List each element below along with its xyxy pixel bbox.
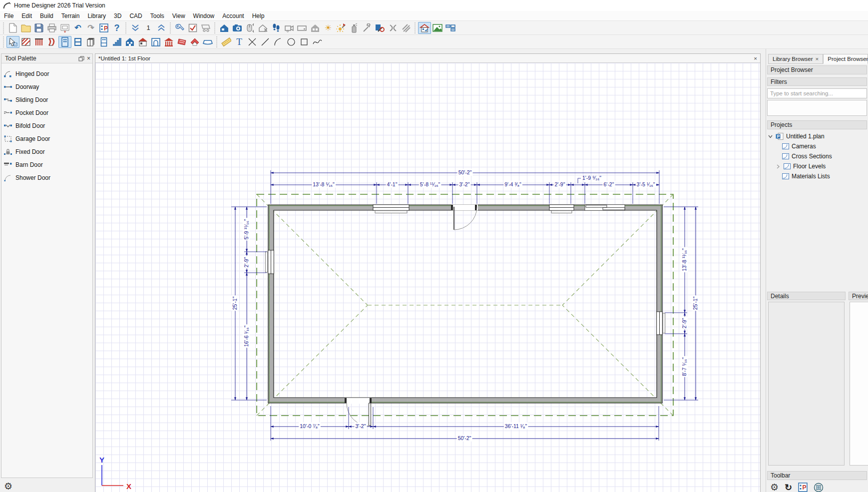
gable-button[interactable]: [188, 36, 201, 48]
down-one-floor-button[interactable]: [129, 22, 142, 34]
object-eyedropper-button[interactable]: [374, 22, 387, 34]
cad-point-button[interactable]: [246, 36, 259, 48]
tree-item-plan-root[interactable]: P Untitled 1.plan: [767, 131, 867, 141]
menu-library[interactable]: Library: [83, 11, 110, 20]
palette-item-pocket-door[interactable]: Pocket Door: [1, 106, 92, 119]
menu-help[interactable]: Help: [248, 11, 269, 20]
door-top[interactable]: [451, 205, 478, 230]
current-floor-indicator[interactable]: 1: [142, 22, 155, 34]
palette-item-doorway[interactable]: Doorway: [1, 80, 92, 93]
setup-wrench-button[interactable]: [173, 22, 186, 34]
gear-icon[interactable]: ⚙: [770, 482, 779, 492]
fixture-button[interactable]: [97, 36, 110, 48]
plan-view-options-button[interactable]: [418, 22, 431, 34]
palette-item-sliding-door[interactable]: Sliding Door: [1, 93, 92, 106]
design-checklist-button[interactable]: [186, 22, 199, 34]
window-top-2[interactable]: [549, 205, 574, 213]
mouse-zoom-button[interactable]: [244, 22, 257, 34]
search-input[interactable]: [767, 88, 867, 98]
camera-view-button[interactable]: [218, 22, 231, 34]
float-panel-icon[interactable]: [78, 56, 84, 61]
snapshot-button[interactable]: [296, 22, 309, 34]
menu-tools[interactable]: Tools: [146, 11, 168, 20]
palette-item-hinged-door[interactable]: Hinged Door: [1, 67, 92, 80]
import-layout-button[interactable]: [58, 22, 71, 34]
plan-canvas[interactable]: 50'-2" 13'-8 ⁵⁄₁₆" 4'-1" 5'-8 ¹¹⁄₁₆" 3'-…: [95, 63, 760, 492]
space-planner-button[interactable]: [199, 22, 212, 34]
delete-objects-button[interactable]: [387, 22, 400, 34]
material-eyedropper-button[interactable]: [361, 22, 374, 34]
chevron-down-icon[interactable]: [768, 135, 773, 138]
exterior-walls[interactable]: [268, 205, 662, 403]
drawing-tab-label[interactable]: *Untitled 1: 1st Floor: [98, 55, 150, 61]
open-file-button[interactable]: [19, 22, 32, 34]
cad-line-button[interactable]: [259, 36, 272, 48]
curved-wall-button[interactable]: [45, 36, 58, 48]
close-icon[interactable]: ×: [816, 56, 819, 62]
menu-edit[interactable]: Edit: [17, 11, 36, 20]
rebuild-3d-button[interactable]: [257, 22, 270, 34]
menu-build[interactable]: Build: [36, 11, 57, 20]
chevron-right-icon[interactable]: [777, 164, 780, 169]
toolbar-grip[interactable]: [414, 22, 417, 33]
backdrop-button[interactable]: [431, 22, 444, 34]
spray-material-button[interactable]: [348, 22, 361, 34]
menu-cad[interactable]: CAD: [125, 11, 146, 20]
room-divider-button[interactable]: [149, 36, 162, 48]
build-house-button[interactable]: [123, 36, 136, 48]
menu-window[interactable]: Window: [189, 11, 219, 20]
plan-database-icon[interactable]: P: [798, 483, 808, 492]
print-button[interactable]: [45, 22, 58, 34]
dimension-button[interactable]: [220, 36, 233, 48]
toolbar-grip[interactable]: [124, 22, 128, 33]
palette-item-bifold-door[interactable]: Bifold Door: [1, 119, 92, 132]
photo-button[interactable]: [231, 22, 244, 34]
line-weights-button[interactable]: [400, 22, 413, 34]
soffit-button[interactable]: [201, 36, 214, 48]
window-right[interactable]: [657, 312, 665, 335]
settings-gear-icon[interactable]: ⚙: [4, 481, 12, 492]
cad-circle-button[interactable]: [285, 36, 298, 48]
palette-item-garage-door[interactable]: Garage Door: [1, 132, 92, 145]
plan-database-button[interactable]: P: [97, 22, 110, 34]
wall-button[interactable]: [19, 36, 32, 48]
tab-library-browser[interactable]: Library Browser ×: [768, 54, 823, 64]
window-left[interactable]: [265, 250, 274, 274]
close-icon[interactable]: ×: [87, 55, 90, 62]
roof-plane-button[interactable]: [175, 36, 188, 48]
cabinet-button[interactable]: [84, 36, 97, 48]
tab-project-browser[interactable]: Project Browser: [823, 54, 868, 64]
layers-document-icon[interactable]: [814, 483, 824, 492]
help-button[interactable]: ?: [110, 22, 123, 34]
save-button[interactable]: [32, 22, 45, 34]
menu-view[interactable]: View: [168, 11, 189, 20]
toolbar-grip[interactable]: [215, 36, 219, 47]
toolbar-grip[interactable]: [2, 22, 5, 33]
text-button[interactable]: T: [233, 36, 246, 48]
walkthrough-button[interactable]: [270, 22, 283, 34]
undo-button[interactable]: ↶: [71, 22, 84, 34]
window-layout-button[interactable]: [444, 22, 457, 34]
record-walkthrough-button[interactable]: [283, 22, 296, 34]
new-file-button[interactable]: [6, 22, 19, 34]
filter-list-box[interactable]: [767, 100, 867, 116]
refresh-icon[interactable]: ↻: [785, 482, 792, 492]
palette-item-fixed-door[interactable]: Fixed Door: [1, 145, 92, 158]
adjust-lights-button[interactable]: ☀: [322, 22, 335, 34]
menu-file[interactable]: File: [0, 11, 17, 20]
palette-item-barn-door[interactable]: Barn Door: [1, 158, 92, 171]
cad-arc-button[interactable]: [272, 36, 285, 48]
up-one-floor-button[interactable]: [155, 22, 168, 34]
roof-button[interactable]: [136, 36, 149, 48]
door-button[interactable]: [58, 36, 71, 48]
toolbar-grip[interactable]: [169, 22, 172, 33]
tree-item-floor-levels[interactable]: Floor Levels: [767, 161, 867, 171]
redo-button[interactable]: ↷: [84, 22, 97, 34]
close-icon[interactable]: ×: [754, 55, 757, 61]
tree-item-materials-lists[interactable]: Materials Lists: [767, 171, 867, 181]
sliding-door-top[interactable]: [585, 205, 625, 211]
window-top-1[interactable]: [373, 205, 409, 213]
cad-box-button[interactable]: [298, 36, 311, 48]
palette-item-shower-door[interactable]: Shower Door: [1, 171, 92, 184]
menu-account[interactable]: Account: [218, 11, 248, 20]
